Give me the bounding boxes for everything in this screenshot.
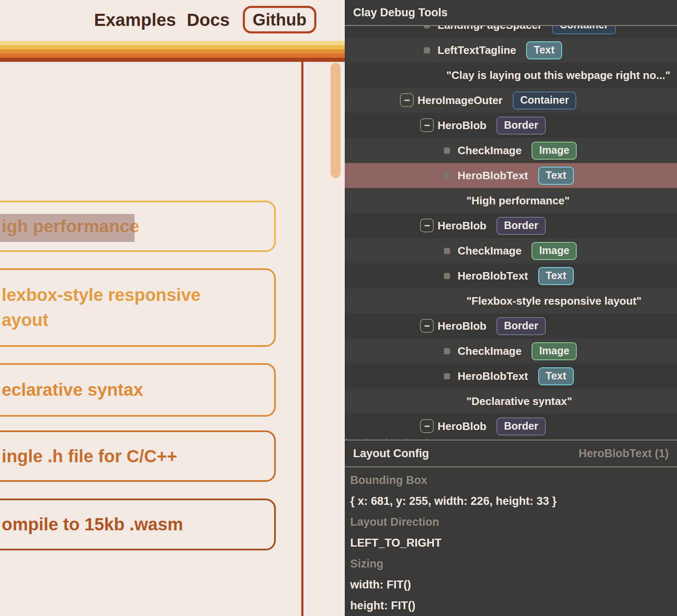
nav-item-docs[interactable]: Docs [187,10,230,30]
element-type-badge: Image [532,342,577,360]
leaf-bullet-icon [444,148,450,154]
clay-debug-panel: LandingPageSpacerContainerLeftTextTaglin… [345,0,677,616]
tree-row-text-content[interactable]: "Declarative syntax" [345,389,677,414]
tree-row-heroblobtext[interactable]: HeroBlobTextText [345,364,677,389]
tree-row-checkimage[interactable]: CheckImageImage [345,238,677,263]
collapse-button[interactable] [420,319,434,333]
leaf-bullet-icon [444,373,450,379]
layout-config-header: Layout Config HeroBlobText (1) [345,440,677,467]
tree-row-heroblob[interactable]: HeroBlobBorder [345,213,677,238]
element-name-label: HeroBlob [438,119,486,132]
leaf-bullet-icon [444,348,450,354]
element-type-badge: Text [538,167,574,185]
element-name-label: CheckImage [458,345,522,358]
tree-row-heroblobtext[interactable]: HeroBlobTextText [345,263,677,288]
page-scrollbar-thumb[interactable] [331,63,341,178]
header-stripe-4 [0,58,345,62]
minus-icon [404,99,410,101]
element-name: HeroBlobBorder [438,213,546,238]
element-name: HeroBlobBorder [438,113,546,138]
tree-row-lefttexttagline[interactable]: LeftTextTaglineText [345,38,677,63]
config-label: Layout Direction [350,512,672,532]
text-content-value: "Clay is laying out this webpage right n… [446,63,670,88]
feature-box-text: eclarative syntax [2,377,274,402]
element-type-badge: Border [496,417,546,435]
header-stripe-0 [0,41,345,45]
debug-panel-title: Clay Debug Tools [353,6,448,19]
feature-box-text: ayout [2,308,274,333]
tree-row-heroblob[interactable]: HeroBlobBorder [345,313,677,339]
element-tree: LandingPageSpacerContainerLeftTextTaglin… [345,0,677,440]
tree-row-heroimageouter[interactable]: HeroImageOuterContainer [345,88,677,113]
tree-row-text-content[interactable]: "Flexbox-style responsive layout" [345,288,677,313]
text-content-value: "Flexbox-style responsive layout" [466,288,641,313]
element-type-badge: Border [496,117,546,135]
leaf-bullet-icon [444,273,450,279]
element-type-badge: Image [532,242,577,260]
element-name: LeftTextTaglineText [438,38,562,63]
config-label: Bounding Box [350,470,672,491]
element-name: HeroImageOuterContainer [417,88,576,113]
debug-panel-titlebar: Clay Debug Tools [345,0,677,26]
element-type-badge: Text [526,41,562,59]
element-name-label: HeroImageOuter [417,94,503,107]
layout-config-body: Bounding Box{ x: 681, y: 255, width: 226… [350,470,672,616]
minus-icon [424,425,430,427]
element-type-badge: Text [538,267,574,285]
element-name-label: HeroBlobText [458,270,528,283]
text-content-value: "High performance" [466,188,570,213]
element-name: CheckImageImage [458,238,577,263]
element-type-badge: Border [496,217,546,235]
element-name: CheckImageImage [458,339,577,364]
tree-row-checkimage[interactable]: CheckImageImage [345,339,677,364]
config-value: { x: 681, y: 255, width: 226, height: 33… [350,491,672,512]
nav-item-examples[interactable]: Examples [94,10,176,30]
leaf-bullet-icon [444,248,450,254]
config-value: LEFT_TO_RIGHT [350,532,672,553]
element-name-label: HeroBlobText [458,169,528,182]
feature-box-4: ompile to 15kb .wasm [0,499,276,550]
collapse-button[interactable] [400,93,414,107]
config-label: Sizing [350,553,672,574]
tree-row-heroblob[interactable]: HeroBlobBorder [345,113,677,138]
element-name-label: HeroBlob [438,420,486,433]
tree-row-checkimage[interactable]: CheckImageImage [345,138,677,163]
element-type-badge: Image [532,142,577,160]
element-name-label: CheckImage [458,244,522,257]
element-name-label: CheckImage [458,144,522,157]
tree-row-text-content[interactable]: "High performance" [345,188,677,213]
collapse-button[interactable] [420,118,434,132]
element-name: HeroBlobTextText [458,364,574,389]
feature-box-3: ingle .h file for C/C++ [0,430,276,482]
feature-box-text: lexbox-style responsive [2,283,274,308]
tree-row-heroblob[interactable]: HeroBlobBorder [345,414,677,439]
minus-icon [424,125,430,126]
minus-icon [424,225,430,226]
minus-icon [424,325,430,326]
feature-box-1: lexbox-style responsiveayout [0,268,276,347]
element-name: HeroBlobBorder [438,313,546,339]
tree-row-text-content[interactable]: "Clay is laying out this webpage right n… [345,63,677,88]
header-stripe-2 [0,49,345,53]
element-type-badge: Border [496,317,546,335]
header-stripes [0,41,345,62]
debug-selection-highlight [0,214,135,242]
feature-box-text: ingle .h file for C/C++ [2,444,274,469]
header-stripe-1 [0,45,345,49]
element-name-label: HeroBlobText [458,370,528,383]
leaf-bullet-icon [424,47,430,53]
element-name: CheckImageImage [458,138,577,163]
element-type-badge: Text [538,367,574,385]
header-stripe-3 [0,53,345,58]
github-button[interactable]: Github [243,6,316,33]
feature-box-2: eclarative syntax [0,363,276,417]
collapse-button[interactable] [420,219,434,232]
selected-element-ref: HeroBlobText (1) [578,447,669,460]
element-name: HeroBlobTextText [458,163,574,188]
element-name-label: HeroBlob [438,320,486,333]
element-name: HeroBlobBorder [438,414,546,439]
layout-config-title: Layout Config [353,447,429,460]
tree-row-heroblobtext[interactable]: HeroBlobTextText [345,163,677,188]
page-divider-line [301,62,303,616]
collapse-button[interactable] [420,419,434,433]
